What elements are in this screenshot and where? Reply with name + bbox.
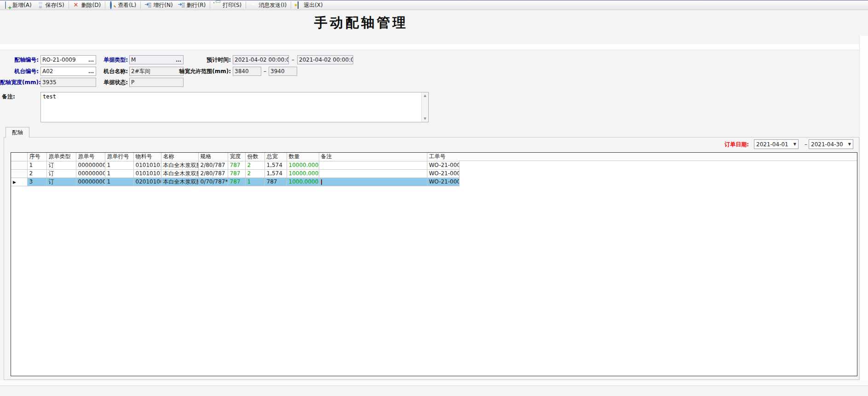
cell-spec[interactable]: 2/80/787: [198, 161, 228, 169]
order-date-from-value: 2021-04-01: [756, 141, 788, 148]
cell-name[interactable]: 本白全木浆双胶纸: [161, 178, 198, 186]
expected-time-to-picker[interactable]: 2021-04-02 00:00:00 ▼: [297, 55, 353, 64]
view-button[interactable]: 查看(L): [107, 0, 139, 10]
doc-status-field: P: [129, 78, 184, 87]
expected-time-from-picker[interactable]: 2021-04-02 00:00:00 ▼: [233, 55, 289, 64]
machine-name-label: 机台名称:: [100, 67, 128, 76]
cell-work-order[interactable]: WO-21-0002: [427, 169, 459, 178]
cell-width[interactable]: 787: [228, 178, 245, 186]
cell-spec[interactable]: 2/80/787: [198, 169, 228, 178]
cell-orig-no[interactable]: 0000000007: [76, 178, 105, 186]
cell-work-order[interactable]: WO-21-0001: [427, 161, 459, 169]
cell-work-order[interactable]: WO-21-0003: [427, 178, 459, 186]
cell-copies[interactable]: 2: [245, 161, 264, 169]
row-selector[interactable]: [11, 169, 27, 178]
col-qty[interactable]: 数量: [287, 153, 319, 161]
cell-orig-line-no[interactable]: 1: [105, 178, 133, 186]
add-row-button[interactable]: 增行(N): [142, 0, 175, 10]
cell-material-no[interactable]: 010101010: [133, 169, 161, 178]
cell-remark[interactable]: [319, 161, 427, 169]
col-work-order[interactable]: 工单号: [427, 153, 459, 161]
delete-button[interactable]: 删除(D): [70, 0, 104, 10]
delete-button-label: 删除(D): [81, 1, 101, 9]
order-date-from-picker[interactable]: 2021-04-01 ▼: [754, 139, 799, 149]
cell-orig-type[interactable]: 订: [46, 178, 76, 186]
remark-textarea[interactable]: test: [41, 92, 421, 122]
cell-remark-editing[interactable]: [319, 178, 427, 186]
col-orig-type[interactable]: 原单类型: [46, 153, 76, 161]
cell-orig-no[interactable]: 0000000003: [76, 169, 105, 178]
remark-field[interactable]: test ▲ ▼: [40, 92, 429, 122]
toolbar-separator: [105, 1, 105, 9]
machine-no-lookup-button[interactable]: …: [86, 68, 94, 75]
cell-material-no[interactable]: 010101010: [133, 161, 161, 169]
cell-qty[interactable]: 10000.0000: [287, 161, 319, 169]
add-row-icon: [145, 2, 151, 8]
machine-no-field[interactable]: A02 …: [40, 67, 96, 76]
tab-pz[interactable]: 配轴: [6, 127, 29, 138]
cell-seq[interactable]: 1: [27, 161, 46, 169]
width-range-dash: –: [262, 67, 268, 76]
print-icon: [214, 2, 221, 8]
cell-total-width[interactable]: 1,574: [264, 161, 287, 169]
axis-width-label: 配轴宽度(mm):: [0, 78, 39, 87]
cell-total-width[interactable]: 787: [264, 178, 287, 186]
col-spec[interactable]: 规格: [198, 153, 228, 161]
col-orig-no[interactable]: 原单号: [76, 153, 105, 161]
save-button[interactable]: 保存(S): [34, 0, 67, 10]
exit-button[interactable]: 退出(X): [293, 0, 326, 10]
pz-no-lookup-button[interactable]: …: [86, 57, 94, 63]
cell-width[interactable]: 787: [228, 169, 245, 178]
cell-name[interactable]: 本白全木浆双胶纸: [161, 161, 198, 169]
col-name[interactable]: 名称: [161, 153, 198, 161]
cell-orig-type[interactable]: 订: [46, 161, 76, 169]
cell-copies[interactable]: 1: [245, 178, 264, 186]
table-row[interactable]: 2 订 0000000003 1 010101010 本白全木浆双胶纸 2/80…: [11, 169, 459, 178]
chevron-down-icon[interactable]: ▼: [792, 142, 796, 146]
cell-orig-no[interactable]: 0000000006: [76, 161, 105, 169]
row-selector[interactable]: [11, 161, 27, 169]
col-width[interactable]: 宽度: [228, 153, 245, 161]
table-row-selected[interactable]: ▶ 3 订 0000000007 1 020101001 本白全木浆双胶纸 0/…: [11, 178, 459, 186]
cell-orig-line-no[interactable]: 1: [105, 169, 133, 178]
cell-orig-type[interactable]: 订: [46, 169, 76, 178]
cell-remark[interactable]: [319, 169, 427, 178]
cell-spec[interactable]: 0/70/787*1092: [198, 178, 228, 186]
scroll-up-icon[interactable]: ▲: [424, 94, 426, 98]
new-document-icon: [4, 2, 11, 8]
order-date-dash: –: [804, 140, 808, 149]
col-remark[interactable]: 备注: [319, 153, 427, 161]
cell-width[interactable]: 787: [228, 161, 245, 169]
print-button-label: 打印(S): [223, 1, 241, 9]
col-copies[interactable]: 份数: [245, 153, 264, 161]
col-seq[interactable]: 序号: [27, 153, 46, 161]
cell-seq[interactable]: 3: [27, 178, 46, 186]
cell-material-no[interactable]: 020101001: [133, 178, 161, 186]
col-total-width[interactable]: 总宽: [264, 153, 287, 161]
toolbar-separator: [210, 1, 210, 9]
cell-seq[interactable]: 2: [27, 169, 46, 178]
table-row[interactable]: 1 订 0000000006 1 010101010 本白全木浆双胶纸 2/80…: [11, 161, 459, 169]
cell-qty[interactable]: 10000.0000: [287, 169, 319, 178]
app-window: 新增(A) 保存(S) 删除(D) 查看(L) 增行(N) 删行(R) 打印(S…: [0, 0, 868, 396]
cell-total-width[interactable]: 1,574: [264, 169, 287, 178]
cell-name[interactable]: 本白全木浆双胶纸: [161, 169, 198, 178]
remark-scrollbar[interactable]: ▲ ▼: [421, 92, 428, 122]
cell-orig-line-no[interactable]: 1: [105, 161, 133, 169]
doc-type-field[interactable]: M …: [129, 55, 184, 64]
col-material-no[interactable]: 物料号: [133, 153, 161, 161]
cell-qty[interactable]: 1000.0000: [287, 178, 319, 186]
col-orig-line-no[interactable]: 原单行号: [105, 153, 133, 161]
pz-no-field[interactable]: RO-21-0009 …: [40, 55, 96, 64]
scroll-down-icon[interactable]: ▼: [424, 117, 426, 121]
chevron-down-icon[interactable]: ▼: [846, 142, 851, 146]
width-range-label: 轴宽允许范围(mm):: [175, 67, 231, 76]
order-date-to-picker[interactable]: 2021-04-30 ▼: [809, 139, 853, 149]
doc-type-lookup-button[interactable]: …: [174, 57, 182, 63]
print-button[interactable]: 打印(S): [212, 0, 244, 10]
row-selector-current[interactable]: ▶: [11, 178, 27, 186]
message-send-button[interactable]: 消息发送(I): [247, 0, 289, 10]
delete-row-button[interactable]: 删行(R): [176, 0, 209, 10]
new-button[interactable]: 新增(A): [1, 0, 34, 10]
cell-copies[interactable]: 2: [245, 169, 264, 178]
